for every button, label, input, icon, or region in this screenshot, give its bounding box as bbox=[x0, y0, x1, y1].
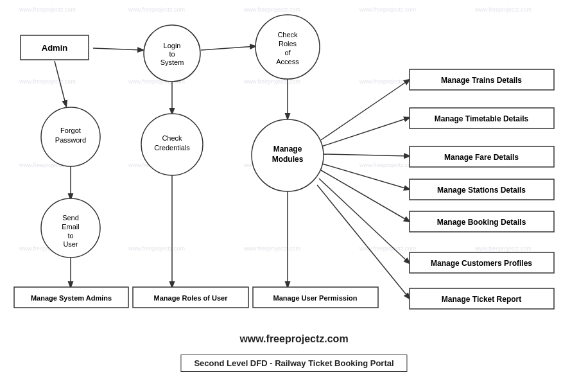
diagram-title: Second Level DFD - Railway Ticket Bookin… bbox=[180, 355, 407, 372]
manage-modules-label1: Manage bbox=[273, 145, 302, 153]
manage-user-perm-label: Manage User Permission bbox=[273, 294, 358, 302]
manage-roles-label: Manage Roles of User bbox=[154, 294, 229, 302]
svg-line-21 bbox=[201, 46, 255, 50]
check-credentials-label2: Credentials bbox=[154, 144, 190, 152]
forgot-password-label1: Forgot bbox=[60, 127, 81, 134]
svg-text:www.freeprojectz.com: www.freeprojectz.com bbox=[128, 245, 185, 252]
svg-text:www.freeprojectz.com: www.freeprojectz.com bbox=[243, 6, 300, 13]
send-email-label1: Send bbox=[62, 214, 79, 222]
svg-text:www.freeprojectz.com: www.freeprojectz.com bbox=[243, 78, 300, 85]
manage-fare-label: Manage Fare Details bbox=[444, 153, 519, 162]
check-roles-label4: Access bbox=[276, 58, 299, 66]
manage-ticket-label: Manage Ticket Report bbox=[442, 295, 521, 304]
svg-text:www.freeprojectz.com: www.freeprojectz.com bbox=[19, 78, 76, 85]
svg-text:www.freeprojectz.com: www.freeprojectz.com bbox=[128, 6, 185, 13]
svg-text:www.freeprojectz.com: www.freeprojectz.com bbox=[474, 6, 532, 13]
manage-booking-label: Manage Booking Details bbox=[437, 218, 526, 227]
svg-text:www.freeprojectz.com: www.freeprojectz.com bbox=[359, 162, 416, 168]
forgot-password-label2: Password bbox=[55, 136, 86, 144]
check-credentials-label1: Check bbox=[162, 134, 182, 142]
svg-line-20 bbox=[93, 48, 143, 50]
check-roles-label3: of bbox=[284, 49, 291, 57]
svg-text:www.freeprojectz.com: www.freeprojectz.com bbox=[474, 245, 532, 252]
manage-modules-label2: Modules bbox=[272, 155, 304, 164]
login-label3: System bbox=[160, 58, 184, 66]
manage-timetable-label: Manage Timetable Details bbox=[435, 114, 529, 123]
svg-line-31 bbox=[323, 154, 410, 156]
svg-text:www.freeprojectz.com: www.freeprojectz.com bbox=[359, 6, 416, 13]
svg-text:www.freeprojectz.com: www.freeprojectz.com bbox=[19, 6, 76, 13]
check-roles-label1: Check bbox=[277, 31, 298, 39]
website-footer: www.freeprojectz.com bbox=[0, 333, 588, 345]
manage-customers-label: Manage Customers Profiles bbox=[431, 259, 532, 268]
svg-line-35 bbox=[317, 185, 410, 299]
svg-line-33 bbox=[321, 170, 410, 222]
send-email-label4: User bbox=[63, 240, 78, 248]
check-roles-label2: Roles bbox=[279, 40, 297, 48]
login-label2: to bbox=[169, 50, 175, 58]
manage-admins-label: Manage System Admins bbox=[31, 294, 112, 302]
svg-text:www.freeprojectz.com: www.freeprojectz.com bbox=[243, 245, 300, 252]
manage-stations-label: Manage Stations Details bbox=[437, 186, 526, 195]
svg-line-30 bbox=[322, 118, 410, 146]
login-label: Login bbox=[164, 42, 181, 49]
svg-line-29 bbox=[321, 80, 410, 140]
send-email-label2: Email bbox=[62, 223, 80, 231]
manage-trains-label: Manage Trains Details bbox=[441, 76, 522, 85]
send-email-label3: to bbox=[67, 232, 73, 240]
admin-label: Admin bbox=[42, 43, 68, 53]
